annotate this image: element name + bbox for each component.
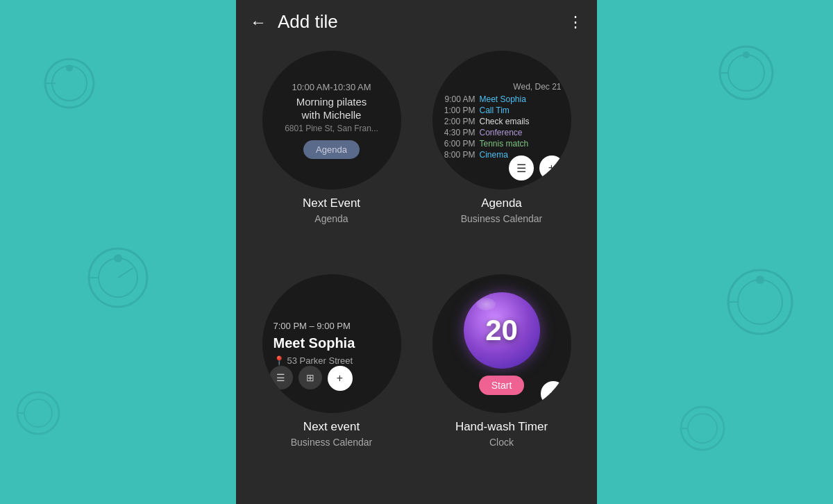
- watch-face-next-event-bc: 7:00 PM – 9:00 PM Meet Sophia 📍 53 Parke…: [262, 274, 401, 413]
- tile1-subtitle: Agenda: [314, 213, 348, 224]
- tile4-add-button-container: +: [541, 381, 566, 406]
- tile2-name: Agenda: [481, 196, 522, 210]
- watch-face-agenda: Wed, Dec 21 9:00 AM Meet Sophia 1:00 PM …: [432, 51, 571, 190]
- tile4-add-button[interactable]: +: [541, 381, 566, 406]
- header: ← Add tile ⋮: [236, 0, 597, 44]
- deco-icon-4: [715, 42, 777, 107]
- tile2-menu-button[interactable]: ☰: [509, 156, 534, 180]
- tile1-address: 6801 Pine St, San Fran...: [285, 124, 378, 133]
- svg-point-10: [24, 399, 52, 427]
- tile1-event-title: Morning pilateswith Michelle: [296, 95, 367, 122]
- location-icon: 📍: [274, 355, 285, 366]
- tile3-subtitle: Business Calendar: [291, 437, 373, 448]
- tile3-time-range: 7:00 PM – 9:00 PM: [274, 321, 351, 331]
- svg-point-17: [738, 280, 782, 324]
- tiles-grid: 10:00 AM-10:30 AM Morning pilateswith Mi…: [236, 44, 597, 504]
- svg-point-7: [114, 254, 122, 262]
- tile2-date: Wed, Dec 21: [442, 82, 562, 92]
- tile3-add-button[interactable]: +: [328, 366, 353, 391]
- more-options-button[interactable]: ⋮: [568, 13, 583, 31]
- tile2-add-button[interactable]: +: [539, 156, 564, 180]
- tile3-grid-button[interactable]: ⊞: [298, 366, 322, 389]
- tile2-event-3: 2:00 PM Check emails: [442, 117, 562, 126]
- tile-agenda[interactable]: Wed, Dec 21 9:00 AM Meet Sophia 1:00 PM …: [420, 51, 583, 267]
- tile2-action-buttons: ☰ +: [509, 156, 564, 180]
- tile2-event-1: 9:00 AM Meet Sophia: [442, 94, 562, 104]
- tile2-event-4: 4:30 PM Conference: [442, 128, 562, 137]
- tile-next-event-bc[interactable]: 7:00 PM – 9:00 PM Meet Sophia 📍 53 Parke…: [250, 274, 413, 491]
- svg-point-3: [66, 65, 73, 72]
- tile-handwash-timer[interactable]: 20 Start + Hand-wash Timer Clock: [420, 274, 583, 491]
- tile2-content: Wed, Dec 21 9:00 AM Meet Sophia 1:00 PM …: [432, 74, 571, 167]
- tile2-subtitle: Business Calendar: [461, 213, 543, 224]
- tile2-event-5: 6:00 PM Tennis match: [442, 139, 562, 149]
- tile4-subtitle: Clock: [489, 437, 514, 448]
- timer-display: 20 Start +: [432, 274, 571, 413]
- deco-icon-3: [14, 389, 62, 440]
- timer-start-button[interactable]: Start: [479, 376, 525, 395]
- svg-line-8: [118, 268, 133, 278]
- tile4-name: Hand-wash Timer: [455, 420, 548, 434]
- svg-point-15: [743, 51, 750, 58]
- tile3-address: 53 Parker Street: [287, 355, 353, 366]
- tile1-name: Next Event: [303, 196, 360, 210]
- watch-face-next-event: 10:00 AM-10:30 AM Morning pilateswith Mi…: [262, 51, 401, 190]
- tile1-agenda-button[interactable]: Agenda: [303, 140, 360, 159]
- tile3-content: 7:00 PM – 9:00 PM Meet Sophia 📍 53 Parke…: [262, 311, 401, 376]
- deco-icon-2: [83, 243, 153, 315]
- back-button[interactable]: ←: [250, 12, 267, 32]
- svg-point-13: [728, 55, 764, 91]
- tile3-event-title: Meet Sophia: [274, 335, 355, 351]
- deco-icon-6: [677, 403, 729, 457]
- main-panel: ← Add tile ⋮ 10:00 AM-10:30 AM Morning p…: [236, 0, 597, 504]
- page-title: Add tile: [278, 11, 568, 33]
- svg-point-21: [688, 414, 717, 443]
- tile3-name: Next event: [303, 420, 360, 434]
- tile1-time-range: 10:00 AM-10:30 AM: [292, 82, 371, 92]
- timer-number: 20: [485, 314, 518, 347]
- tile3-location: 📍 53 Parker Street: [274, 355, 353, 366]
- watch-face-handwash: 20 Start +: [432, 274, 571, 413]
- tile2-event-2: 1:00 PM Call Tim: [442, 106, 562, 115]
- deco-icon-1: [42, 56, 97, 114]
- timer-bubble: 20: [464, 292, 540, 369]
- deco-icon-5: [722, 264, 798, 343]
- tile3-menu-button[interactable]: ☰: [269, 366, 293, 389]
- tile3-action-buttons: ☰ ⊞ +: [269, 366, 353, 391]
- tile-next-event[interactable]: 10:00 AM-10:30 AM Morning pilateswith Mi…: [250, 51, 413, 267]
- svg-point-19: [756, 276, 764, 284]
